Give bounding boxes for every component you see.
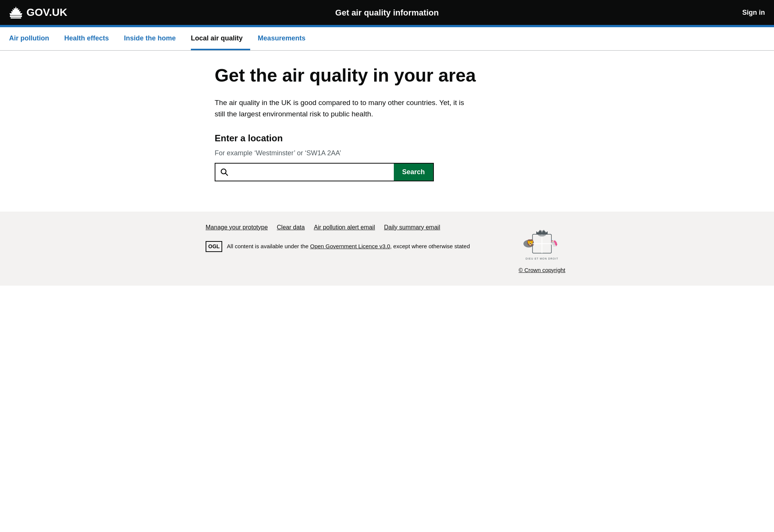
search-form: Search [215, 163, 434, 181]
search-button[interactable]: Search [394, 164, 433, 181]
nav-item-health-effects: Health effects [64, 27, 116, 50]
daily-summary-email-link[interactable]: Daily summary email [384, 223, 440, 232]
nav-item-inside-the-home: Inside the home [124, 27, 183, 50]
crown-copyright-link[interactable]: © Crown copyright [519, 266, 565, 275]
gov-uk-logo[interactable]: GOV.UK [9, 5, 67, 20]
footer-inner: Manage your prototype Clear data Air pol… [206, 223, 568, 275]
footer-left: Manage your prototype Clear data Air pol… [206, 223, 470, 252]
svg-point-11 [537, 230, 546, 237]
page-title: Get the air quality in your area [215, 66, 559, 86]
svg-text:🦄: 🦄 [550, 239, 558, 247]
nav-list: Air pollution Health effects Inside the … [9, 27, 765, 50]
ogl-badge: OGL [206, 241, 222, 252]
nav-link-air-pollution[interactable]: Air pollution [9, 27, 57, 50]
site-footer: Manage your prototype Clear data Air pol… [0, 212, 774, 286]
nav-link-measurements[interactable]: Measurements [258, 27, 313, 50]
svg-rect-0 [10, 15, 22, 17]
page-description: The air quality in the UK is good compar… [215, 97, 472, 120]
search-icon [220, 168, 228, 176]
main-nav: Air pollution Health effects Inside the … [0, 27, 774, 51]
crown-icon [9, 6, 23, 19]
svg-text:DIEU ET MON DROIT: DIEU ET MON DROIT [526, 257, 558, 260]
footer-right: 🦁 🦄 DIEU ET MON DROIT © Crown copyright [515, 223, 568, 275]
nav-link-local-air-quality[interactable]: Local air quality [191, 27, 250, 50]
nav-item-local-air-quality: Local air quality [191, 27, 250, 50]
ogl-row: OGL All content is available under the O… [206, 241, 470, 252]
site-header: GOV.UK Get air quality information Sign … [0, 0, 774, 25]
manage-prototype-link[interactable]: Manage your prototype [206, 223, 268, 232]
ogl-text-after: , except where otherwise stated [390, 243, 470, 249]
site-title: Get air quality information [335, 6, 439, 19]
search-input[interactable] [233, 164, 394, 181]
search-icon-wrapper [215, 164, 233, 181]
ogl-link[interactable]: Open Government Licence v3.0 [310, 243, 390, 249]
nav-link-inside-the-home[interactable]: Inside the home [124, 27, 183, 50]
location-label: Enter a location [215, 131, 559, 145]
svg-text:🦁: 🦁 [526, 239, 535, 247]
sign-in-link[interactable]: Sign in [742, 8, 765, 18]
svg-rect-1 [11, 17, 21, 19]
nav-link-health-effects[interactable]: Health effects [64, 27, 116, 50]
footer-links: Manage your prototype Clear data Air pol… [206, 223, 470, 232]
ogl-text: All content is available under the Open … [227, 242, 470, 251]
main-content: Get the air quality in your area The air… [206, 51, 568, 212]
svg-line-3 [225, 173, 228, 175]
gov-uk-logo-text: GOV.UK [26, 5, 67, 20]
nav-item-measurements: Measurements [258, 27, 313, 50]
crown-copyright-logo: 🦁 🦄 DIEU ET MON DROIT [515, 223, 568, 264]
clear-data-link[interactable]: Clear data [277, 223, 305, 232]
nav-item-air-pollution: Air pollution [9, 27, 57, 50]
air-pollution-alert-email-link[interactable]: Air pollution alert email [314, 223, 375, 232]
location-hint: For example ‘Westminster’ or ‘SW1A 2AA’ [215, 148, 559, 158]
ogl-text-before: All content is available under the [227, 243, 310, 249]
